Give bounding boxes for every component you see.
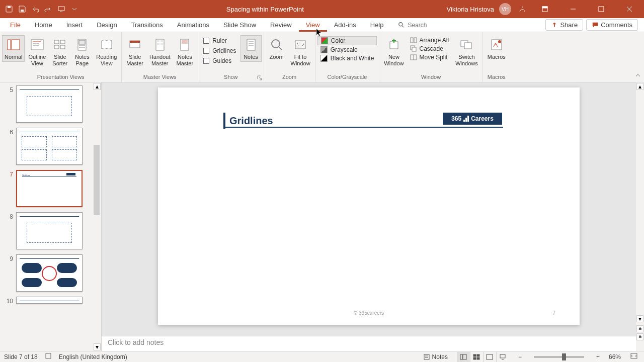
svg-rect-32 — [157, 43, 159, 45]
thumbnail-item[interactable]: 5 — [6, 85, 92, 123]
comments-button[interactable]: Comments — [586, 19, 638, 31]
thumbnail-item[interactable]: 10 — [6, 297, 92, 305]
scroll-thumb[interactable] — [94, 145, 100, 215]
slide-thumbnail[interactable] — [16, 254, 83, 292]
notes-status-icon — [423, 353, 430, 360]
share-button[interactable]: Share — [545, 19, 583, 31]
move-split-button[interactable]: Move Split — [407, 53, 452, 61]
switch-windows-button[interactable]: Switch Windows — [453, 35, 480, 68]
zoom-handle[interactable] — [562, 353, 566, 360]
collapse-ribbon-icon[interactable] — [635, 72, 641, 80]
notes-toggle-button[interactable]: Notes — [240, 35, 262, 62]
slideshow-status-button[interactable] — [496, 352, 509, 362]
tab-addins[interactable]: Add-ins — [327, 18, 363, 32]
fit-to-window-status-button[interactable] — [628, 352, 640, 361]
slide-counter[interactable]: Slide 7 of 18 — [4, 353, 38, 360]
sorter-view-status-button[interactable] — [470, 352, 483, 362]
reading-view-status-button[interactable] — [483, 352, 496, 362]
ribbon-display-icon[interactable] — [533, 2, 556, 16]
qat-more-icon[interactable] — [68, 3, 80, 15]
svg-rect-59 — [463, 354, 466, 359]
fit-window-button[interactable]: Fit to Window — [288, 35, 313, 68]
slide-thumbnail[interactable] — [16, 212, 83, 249]
thumbnail-scrollbar[interactable]: ▴ ▾ — [93, 82, 101, 351]
maximize-button[interactable] — [590, 2, 613, 16]
new-window-button[interactable]: New Window — [381, 35, 406, 68]
svg-rect-2 — [21, 10, 24, 12]
slide-thumbnail[interactable] — [16, 128, 83, 165]
thumbnail-item[interactable]: 8 — [6, 212, 92, 249]
group-presentation-views: Normal Outline View Slide Sorter Notes P… — [0, 32, 122, 82]
slide-thumbnail[interactable] — [16, 85, 83, 123]
svg-rect-45 — [414, 38, 417, 43]
slide-page-number: 7 — [552, 310, 555, 316]
notes-page-button[interactable]: Notes Page — [71, 35, 93, 68]
avatar[interactable]: VH — [499, 3, 511, 15]
tab-slideshow[interactable]: Slide Show — [216, 18, 263, 32]
slide-title[interactable]: Gridlines — [225, 115, 273, 127]
autosave-icon[interactable] — [3, 3, 15, 15]
notes-pane[interactable]: Click to add notes — [102, 336, 636, 351]
notes-status-button[interactable]: Notes — [421, 353, 450, 360]
thumbnail-item[interactable]: 9 — [6, 254, 92, 292]
tab-design[interactable]: Design — [90, 18, 124, 32]
close-button[interactable] — [618, 2, 641, 16]
tab-animations[interactable]: Animations — [170, 18, 216, 32]
minimize-button[interactable] — [561, 2, 585, 16]
next-slide-icon[interactable]: ≚ — [636, 333, 643, 340]
save-icon[interactable] — [16, 3, 28, 15]
tab-transitions[interactable]: Transitions — [124, 18, 170, 32]
zoom-out-button[interactable]: − — [516, 353, 524, 360]
slide-sorter-button[interactable]: Slide Sorter — [49, 35, 70, 68]
zoom-slider[interactable] — [534, 356, 584, 358]
outline-view-button[interactable]: Outline View — [26, 35, 48, 68]
thumbnail-item[interactable]: 7 Gridlines — [6, 170, 92, 207]
zoom-in-button[interactable]: + — [594, 353, 602, 360]
scroll-up-icon[interactable]: ▴ — [636, 83, 643, 90]
tab-help[interactable]: Help — [363, 18, 391, 32]
zoom-button[interactable]: Zoom — [266, 35, 287, 62]
tab-home[interactable]: Home — [28, 18, 59, 32]
black-white-button[interactable]: Black and White — [317, 54, 377, 62]
arrange-all-button[interactable]: Arrange All — [407, 36, 452, 44]
dialog-launcher-icon[interactable] — [257, 75, 263, 81]
normal-view-button[interactable]: Normal — [2, 35, 25, 62]
tab-file[interactable]: File — [3, 18, 28, 32]
search-box[interactable]: Search — [391, 18, 543, 32]
reading-view-button[interactable]: Reading View — [94, 35, 119, 68]
slide-canvas[interactable]: Gridlines 365 Careers © 365careers 7 — [102, 82, 636, 336]
svg-point-53 — [498, 40, 501, 43]
slide[interactable]: Gridlines 365 Careers © 365careers 7 — [158, 87, 580, 325]
normal-view-status-button[interactable] — [457, 352, 470, 362]
scroll-down-icon[interactable]: ▾ — [636, 315, 643, 322]
accessibility-icon[interactable] — [45, 352, 52, 361]
thumbnail-item[interactable]: 6 — [6, 128, 92, 165]
guides-checkbox[interactable]: Guides — [200, 56, 239, 65]
macros-button[interactable]: Macros — [485, 35, 508, 62]
gridlines-checkbox[interactable]: Gridlines — [200, 46, 239, 55]
handout-master-button[interactable]: Handout Master — [147, 35, 173, 68]
start-slideshow-icon[interactable] — [55, 3, 67, 15]
ruler-checkbox[interactable]: Ruler — [200, 36, 239, 45]
slide-thumbnail-active[interactable]: Gridlines — [16, 170, 83, 207]
slide-master-button[interactable]: Slide Master — [124, 35, 146, 68]
tab-review[interactable]: Review — [263, 18, 299, 32]
color-button[interactable]: Color — [317, 36, 377, 45]
grayscale-button[interactable]: Grayscale — [317, 46, 377, 54]
vertical-scrollbar[interactable]: ▴ ▾ ≜ ≚ — [636, 82, 644, 351]
zoom-level[interactable]: 66% — [609, 353, 621, 360]
tab-insert[interactable]: Insert — [59, 18, 90, 32]
svg-rect-22 — [60, 45, 65, 49]
scroll-up-icon[interactable]: ▴ — [94, 83, 101, 90]
notes-master-button[interactable]: Notes Master — [174, 35, 196, 68]
cascade-button[interactable]: Cascade — [407, 45, 452, 53]
coming-soon-icon[interactable] — [516, 3, 528, 15]
redo-icon[interactable] — [42, 3, 54, 15]
language-status[interactable]: English (United Kingdom) — [59, 353, 127, 360]
scroll-down-icon[interactable]: ▾ — [94, 343, 101, 350]
svg-rect-8 — [599, 7, 604, 12]
prev-slide-icon[interactable]: ≜ — [636, 325, 643, 332]
view-buttons — [457, 352, 509, 362]
undo-icon[interactable] — [29, 3, 41, 15]
slide-thumbnail[interactable] — [16, 297, 83, 304]
